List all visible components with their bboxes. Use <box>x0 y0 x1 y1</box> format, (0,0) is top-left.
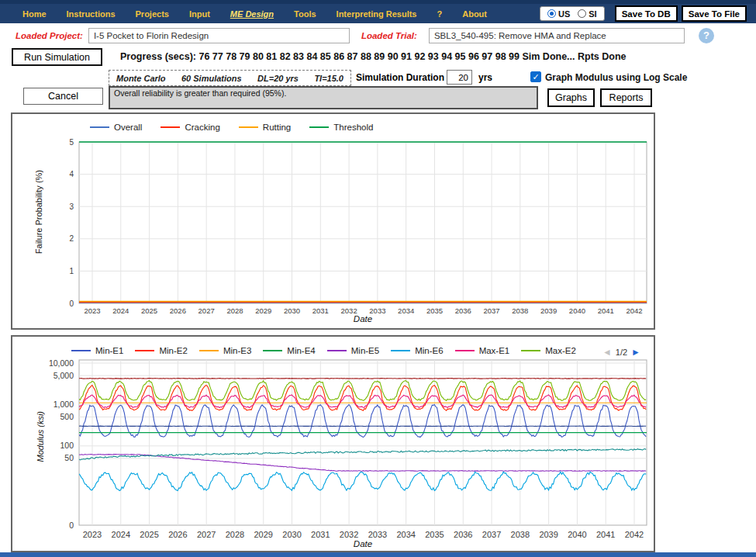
svg-text:2024: 2024 <box>112 530 130 539</box>
log-scale-checkbox[interactable]: ✓ <box>530 71 541 82</box>
radio-us[interactable]: US <box>547 9 570 19</box>
svg-text:2040: 2040 <box>568 530 586 539</box>
svg-text:2023: 2023 <box>83 530 102 539</box>
ti-label: TI=15.0 <box>314 74 343 83</box>
simulation-duration-label: Simulation Duration <box>356 72 444 83</box>
menu-item-tools[interactable]: Tools <box>284 9 326 19</box>
svg-text:2038: 2038 <box>511 530 530 539</box>
menu-item-projects[interactable]: Projects <box>126 9 179 19</box>
menu-item-home[interactable]: Home <box>12 9 57 19</box>
log-scale-checkbox-label: Graph Modulus using Log Scale <box>545 72 687 83</box>
radio-si-circle-icon <box>578 9 586 18</box>
legend-label: Threshold <box>333 123 373 132</box>
legend-item-max-e2: Max-E2 <box>521 346 576 355</box>
svg-text:10,000: 10,000 <box>49 358 74 368</box>
legend-label: Min-E2 <box>159 346 187 355</box>
legend-label: Min-E1 <box>95 346 123 355</box>
duration-units-label: yrs <box>478 72 492 83</box>
legend-label: Overall <box>114 123 142 132</box>
svg-text:1: 1 <box>69 267 74 275</box>
failure-chart-legend: OverallCrackingRuttingThreshold <box>90 123 373 132</box>
cancel-button[interactable]: Cancel <box>23 88 103 105</box>
legend-item-threshold: Threshold <box>309 123 373 132</box>
legend-line-swatch <box>199 350 219 351</box>
svg-text:5: 5 <box>69 138 74 147</box>
legend-line-swatch <box>327 350 347 351</box>
legend-line-swatch <box>90 126 109 128</box>
svg-text:2038: 2038 <box>512 306 528 315</box>
svg-text:100: 100 <box>60 441 74 450</box>
legend-line-swatch <box>161 126 180 128</box>
legend-label: Min-E4 <box>287 346 315 355</box>
legend-item-min-e5: Min-E5 <box>327 346 379 355</box>
legend-label: Cracking <box>185 123 219 132</box>
radio-us-circle-icon <box>547 9 556 18</box>
svg-text:500: 500 <box>60 412 74 421</box>
svg-text:2041: 2041 <box>596 530 615 539</box>
legend-page-next-icon[interactable]: ► <box>631 347 640 358</box>
legend-line-swatch <box>263 350 282 351</box>
legend-line-swatch <box>521 350 540 351</box>
legend-page-label: 1/2 <box>616 348 627 357</box>
run-simulation-button[interactable]: Run Simulation <box>12 48 102 66</box>
menu-item-me-design[interactable]: ME Design <box>220 9 284 19</box>
failure-chart-y-axis-label: Failure Probability (%) <box>34 170 43 254</box>
menu-item-help[interactable]: ? <box>426 9 452 19</box>
legend-item-min-e4: Min-E4 <box>263 346 315 355</box>
menu-item-about[interactable]: About <box>452 9 497 19</box>
menu-item-input[interactable]: Input <box>179 9 220 19</box>
svg-text:2028: 2028 <box>226 306 243 315</box>
loaded-trial-label: Loaded Trial: <box>361 31 417 40</box>
reports-button[interactable]: Reports <box>600 88 652 107</box>
legend-line-swatch <box>239 126 258 128</box>
svg-text:4: 4 <box>69 170 74 178</box>
svg-text:2029: 2029 <box>254 530 272 539</box>
modulus-chart-panel: 2023202420252026202720282029203020312032… <box>11 335 655 552</box>
svg-text:2030: 2030 <box>282 530 301 539</box>
loaded-trial-input[interactable] <box>429 28 685 43</box>
svg-text:2025: 2025 <box>140 530 158 539</box>
svg-text:3: 3 <box>69 202 74 211</box>
menu-item-interpreting-results[interactable]: Interpreting Results <box>326 9 427 19</box>
svg-text:2041: 2041 <box>598 306 614 315</box>
failure-chart-x-axis-label: Date <box>301 314 425 323</box>
graphs-button[interactable]: Graphs <box>547 88 595 107</box>
menu-item-instructions[interactable]: Instructions <box>57 9 126 19</box>
svg-text:2029: 2029 <box>255 306 271 315</box>
svg-text:2042: 2042 <box>625 530 644 539</box>
legend-line-swatch <box>391 350 410 351</box>
window-bottom-edge <box>0 552 756 557</box>
svg-text:2042: 2042 <box>626 306 642 315</box>
radio-si[interactable]: SI <box>578 9 596 19</box>
legend-page-prev-icon[interactable]: ◄ <box>602 347 612 358</box>
svg-text:2027: 2027 <box>198 306 215 315</box>
loaded-project-input[interactable] <box>88 28 350 43</box>
svg-text:2026: 2026 <box>170 306 186 315</box>
menu-bar: Home Instructions Projects Input ME Desi… <box>0 4 756 23</box>
svg-text:2034: 2034 <box>396 530 415 539</box>
modulus-chart: 2023202420252026202720282029203020312032… <box>12 337 654 551</box>
legend-label: Min-E3 <box>223 346 251 355</box>
svg-text:50: 50 <box>64 453 74 462</box>
save-to-file-button[interactable]: Save To File <box>682 5 747 22</box>
svg-text:2: 2 <box>69 234 74 243</box>
svg-text:2024: 2024 <box>112 306 129 315</box>
legend-label: Max-E1 <box>479 346 510 355</box>
save-to-db-button[interactable]: Save To DB <box>615 5 678 22</box>
svg-text:1,000: 1,000 <box>54 400 74 409</box>
svg-text:2023: 2023 <box>84 306 100 315</box>
legend-item-rutting: Rutting <box>239 123 291 132</box>
svg-text:2028: 2028 <box>226 530 244 539</box>
help-icon[interactable]: ? <box>699 28 714 43</box>
simulation-duration-input[interactable] <box>447 70 472 85</box>
failure-probability-chart: 2023202420252026202720282029203020312032… <box>12 114 654 328</box>
legend-item-min-e2: Min-E2 <box>135 346 187 355</box>
legend-item-overall: Overall <box>90 123 142 132</box>
svg-text:2033: 2033 <box>368 530 387 539</box>
loaded-project-label: Loaded Project: <box>16 31 83 40</box>
svg-text:2037: 2037 <box>483 306 499 315</box>
svg-text:2026: 2026 <box>168 530 187 539</box>
loaded-project-row: Loaded Project: Loaded Trial: <box>16 28 685 43</box>
svg-text:0: 0 <box>69 521 74 530</box>
monte-carlo-label: Monte Carlo <box>116 74 166 83</box>
